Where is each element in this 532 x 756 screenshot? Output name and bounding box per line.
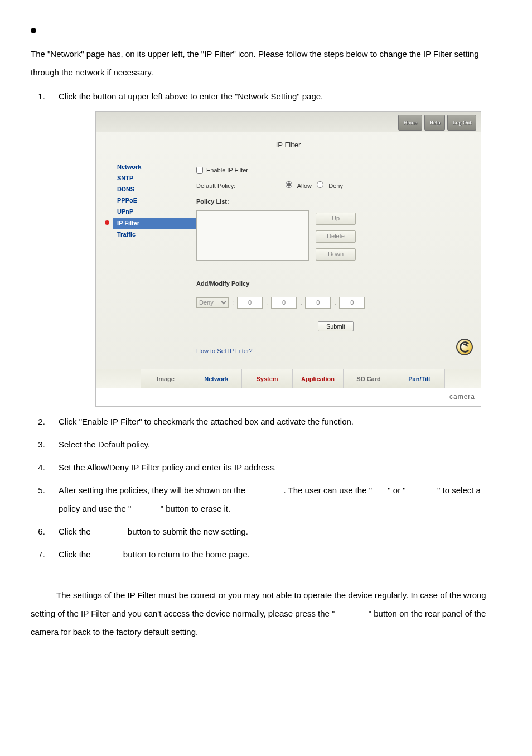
policy-list-box[interactable] xyxy=(196,210,309,261)
sidebar-item-upnp[interactable]: UPnP xyxy=(113,206,196,217)
logout-button[interactable]: Log Out xyxy=(447,115,476,131)
step-5: After setting the policies, they will be… xyxy=(47,481,501,518)
dot-icon: . xyxy=(334,296,336,309)
tab-sdcard[interactable]: SD Card xyxy=(344,369,394,388)
allow-radio[interactable] xyxy=(286,181,292,188)
add-modify-label: Add/Modify Policy xyxy=(196,277,249,290)
sidebar-item-sntp[interactable]: SNTP xyxy=(113,173,196,184)
deny-label: Deny xyxy=(328,182,343,189)
delete-button[interactable]: Delete xyxy=(316,230,356,243)
bullet-icon xyxy=(31,28,36,33)
enable-ipfilter-label: Enable IP Filter xyxy=(206,163,248,177)
deny-radio[interactable] xyxy=(317,181,323,188)
sidebar-item-pppoe[interactable]: PPPoE xyxy=(113,195,196,206)
intro-paragraph: The "Network" page has, on its upper lef… xyxy=(31,45,501,81)
default-policy-label: Default Policy: xyxy=(196,179,235,192)
colon: : xyxy=(232,296,234,309)
step-5b: . The user can use the " xyxy=(284,485,372,495)
heading-underline xyxy=(59,30,170,31)
sidebar-item-ddns[interactable]: DDNS xyxy=(113,184,196,195)
step-4: Set the Allow/Deny IP Filter policy and … xyxy=(47,458,501,476)
step-1a: Click the xyxy=(59,92,93,101)
ip-octet-2[interactable] xyxy=(271,297,297,309)
sidebar-item-traffic[interactable]: Traffic xyxy=(113,229,196,240)
submit-button[interactable]: Submit xyxy=(318,321,354,331)
tab-image[interactable]: Image xyxy=(141,369,191,388)
step-3: Select the Default policy. xyxy=(47,435,501,454)
allow-label: Allow xyxy=(297,182,312,189)
ip-octet-1[interactable] xyxy=(237,297,263,309)
how-to-link[interactable]: How to Set IP Filter? xyxy=(196,348,253,354)
up-button[interactable]: Up xyxy=(316,213,356,225)
screenshot-topbar: Home Help Log Out xyxy=(96,112,481,132)
ip-octet-4[interactable] xyxy=(339,297,365,309)
note-paragraph: The settings of the IP Filter must be co… xyxy=(31,586,501,641)
divider xyxy=(196,273,369,273)
page-title: IP Filter xyxy=(96,132,481,158)
step-6b: button to submit the new setting. xyxy=(128,527,248,536)
policy-list-label: Policy List: xyxy=(196,195,229,208)
ip-octet-3[interactable] xyxy=(305,297,331,309)
home-button[interactable]: Home xyxy=(398,115,422,131)
down-button[interactable]: Down xyxy=(316,248,356,261)
bottom-tabs: Image Network System Application SD Card… xyxy=(96,369,481,388)
camera-label: camera xyxy=(96,388,481,406)
policy-action-select[interactable]: Deny xyxy=(196,297,229,308)
dot-icon: . xyxy=(266,296,268,309)
enable-ipfilter-checkbox[interactable] xyxy=(196,167,203,174)
refresh-icon[interactable] xyxy=(456,339,473,355)
sidebar-item-ipfilter[interactable]: IP Filter xyxy=(113,218,196,229)
step-2: Click "Enable IP Filter" to checkmark th… xyxy=(47,412,501,431)
step-7: Click the button to return to the home p… xyxy=(47,545,501,564)
step-5e: " button to erase it. xyxy=(161,504,230,513)
help-button[interactable]: Help xyxy=(424,115,445,131)
step-7a: Click the xyxy=(59,550,93,559)
step-6: Click the button to submit the new setti… xyxy=(47,522,501,541)
screenshot-panel: Home Help Log Out IP Filter Network SNTP… xyxy=(95,111,481,407)
step-6a: Click the xyxy=(59,527,93,536)
sidebar: Network SNTP DDNS PPPoE UPnP IP Filter T… xyxy=(113,158,196,363)
step-1: Click the button at upper left above to … xyxy=(47,87,501,407)
sidebar-item-network[interactable]: Network xyxy=(113,162,196,172)
tab-system[interactable]: System xyxy=(242,369,293,388)
step-7b: button to return to the home page. xyxy=(123,550,250,559)
tab-pantilt[interactable]: Pan/Tilt xyxy=(394,369,445,388)
tab-network[interactable]: Network xyxy=(191,369,242,388)
step-1b: button at upper left above to enter the … xyxy=(93,92,323,101)
tab-application[interactable]: Application xyxy=(293,369,344,388)
step-5a: After setting the policies, they will be… xyxy=(59,485,248,495)
step-5c: " or " xyxy=(388,485,405,495)
dot-icon: . xyxy=(300,296,302,309)
